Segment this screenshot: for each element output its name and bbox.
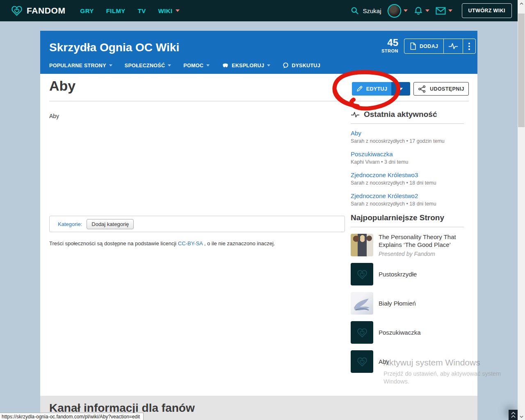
share-button[interactable]: UDOSTĘPNIJ: [413, 82, 469, 96]
page-thumbnail: [351, 321, 373, 344]
wiki-nav-discuss[interactable]: DYSKUTUJ: [283, 62, 320, 68]
recent-activity-item: Zjednoczone Królestwo3 Sarah z nocoskrzy…: [351, 171, 464, 187]
wiki-header: Skrzydła Ognia OC Wiki 45 STRON DODAJ: [40, 31, 477, 74]
scrollbar-thumb[interactable]: [518, 14, 525, 127]
fandom-wordmark: FANDOM: [27, 6, 66, 16]
binoculars-icon: [222, 63, 229, 68]
wiki-nav: POPULARNE STRONY SPOŁECZNOŚĆ POMOC EKSPL…: [49, 62, 320, 68]
license-notice: Treści społeczności są dostępne na podst…: [49, 240, 275, 247]
recent-activity-header: Ostatnia aktywność: [351, 110, 464, 124]
popular-pages-list: The Personality Theory That Explains ‘Th…: [351, 234, 464, 373]
search-label: Szukaj: [363, 7, 381, 14]
nav-filmy[interactable]: FILMY: [106, 7, 126, 14]
edit-button[interactable]: EDYTUJ: [352, 82, 391, 96]
page-count-label: STRON: [364, 49, 398, 53]
recent-activity-item: Poszukiwaczka Kaphi Vivarn • 3 dni temu: [351, 150, 464, 166]
wiki-title[interactable]: Skrzydła Ognia OC Wiki: [49, 41, 179, 54]
main-content: Aby EDYTUJ UDOSTĘPNIJ: [40, 74, 477, 396]
chevron-down-icon: [168, 64, 171, 66]
recent-activity-meta: Kaphi Vivarn • 3 dni temu: [351, 158, 464, 166]
edit-dropdown-button[interactable]: [391, 82, 410, 96]
chevron-down-icon: [267, 64, 270, 66]
wiki-nav-popular-pages[interactable]: POPULARNE STRONY: [49, 63, 112, 68]
popular-page-item[interactable]: Pustoskrzydłe: [351, 263, 464, 285]
categories-box: Kategorie: Dodaj kategorię: [49, 216, 345, 232]
pulse-icon: [351, 112, 360, 118]
chevron-down-icon: [404, 9, 408, 12]
browser-status-bar: https://skrzydla-ognia-oc.fandom.com/pl/…: [0, 413, 144, 420]
recent-activity-link[interactable]: Aby: [351, 129, 464, 137]
topbar-actions: Szukaj: [351, 3, 512, 18]
popular-page-item[interactable]: Biały Płomień: [351, 292, 464, 315]
add-category-button[interactable]: Dodaj kategorię: [87, 219, 134, 229]
nav-gry[interactable]: GRY: [80, 7, 94, 14]
popular-page-item[interactable]: Poszukiwaczka: [351, 321, 464, 344]
recent-activity-meta: Sarah z nocoskrzydłych • 18 dni temu: [351, 200, 464, 208]
fandom-heart-icon: [356, 327, 368, 338]
nav-tv[interactable]: TV: [138, 7, 146, 14]
page-count[interactable]: 45 STRON: [364, 38, 398, 53]
wiki-nav-explore[interactable]: EKSPLORUJ: [222, 63, 270, 68]
recent-activity-module: Ostatnia aktywność Aby Sarah z nocoskrzy…: [351, 110, 464, 208]
page-thumbnail: [351, 234, 373, 256]
recent-activity-item: Zjednoczone Królestwo2 Sarah z nocoskrzy…: [351, 192, 464, 208]
recent-activity-meta: Sarah z nocoskrzydłych • 17 godzin temu: [351, 137, 464, 145]
popular-page-item[interactable]: The Personality Theory That Explains ‘Th…: [351, 234, 464, 256]
chevron-down-icon: [206, 64, 210, 66]
recent-activity-item: Aby Sarah z nocoskrzydłych • 17 godzin t…: [351, 129, 464, 145]
nav-wiki[interactable]: WIKI: [158, 7, 180, 14]
fandom-logo[interactable]: FANDOM: [11, 5, 66, 16]
kebab-icon: [468, 43, 470, 50]
envelope-icon: [436, 7, 446, 15]
popular-pages-module: Najpopularniejsze Strony The Personality…: [351, 213, 464, 379]
page-thumbnail: [351, 350, 373, 373]
page-plus-icon: [410, 42, 416, 50]
fandom-heart-icon: [356, 269, 368, 280]
pencil-icon: [356, 85, 363, 92]
wiki-nav-help[interactable]: POMOC: [183, 63, 210, 68]
scrollbar[interactable]: [518, 0, 525, 420]
scroll-up-arrow[interactable]: [518, 0, 525, 7]
license-link[interactable]: CC-BY-SA: [178, 240, 203, 247]
categories-link[interactable]: Kategorie:: [58, 221, 82, 227]
wiki-header-buttons: DODAJ: [404, 39, 476, 54]
wiki-activity-button[interactable]: [443, 39, 463, 53]
article-title-row: Aby EDYTUJ UDOSTĘPNIJ: [49, 74, 469, 101]
notifications-menu[interactable]: [414, 6, 429, 16]
search-icon: [351, 7, 359, 15]
search-button[interactable]: Szukaj: [351, 7, 381, 15]
bell-icon: [414, 6, 423, 16]
more-options-button[interactable]: [463, 39, 475, 53]
page-thumbnail: [351, 263, 373, 285]
popular-page-item[interactable]: Aby: [351, 350, 464, 373]
fandom-heart-icon: [356, 356, 368, 367]
add-page-button[interactable]: DODAJ: [404, 39, 443, 53]
chevron-down-icon: [425, 9, 429, 12]
global-topbar: FANDOM GRY FILMY TV WIKI Szukaj: [0, 0, 518, 21]
messages-menu[interactable]: [436, 7, 452, 15]
recent-activity-link[interactable]: Poszukiwaczka: [351, 150, 464, 158]
global-nav: GRY FILMY TV WIKI: [80, 7, 180, 14]
popular-pages-header: Najpopularniejsze Strony: [351, 213, 464, 227]
avatar[interactable]: [388, 4, 401, 18]
page-thumbnail: [351, 292, 373, 315]
wiki-nav-community[interactable]: SPOŁECZNOŚĆ: [125, 63, 171, 68]
recent-activity-meta: Sarah z nocoskrzydłych • 18 dni temu: [351, 179, 464, 187]
page: FANDOM GRY FILMY TV WIKI Szukaj: [0, 0, 525, 420]
recent-activity-link[interactable]: Zjednoczone Królestwo3: [351, 171, 464, 179]
status-url: https://skrzydla-ognia-oc.fandom.com/pl/…: [2, 414, 140, 420]
user-menu[interactable]: [388, 4, 408, 18]
create-wiki-button[interactable]: UTWÓRZ WIKI: [462, 3, 512, 18]
chevron-down-icon: [448, 9, 452, 12]
article-actions: EDYTUJ UDOSTĘPNIJ: [352, 82, 469, 96]
pulse-icon: [448, 43, 458, 50]
speech-bubble-icon: [283, 62, 289, 68]
article-body-text: Aby: [49, 113, 59, 119]
share-icon: [418, 85, 426, 93]
scroll-to-top-button[interactable]: [509, 410, 518, 420]
recent-activity-link[interactable]: Zjednoczone Królestwo2: [351, 192, 464, 200]
chevron-down-icon: [399, 88, 403, 90]
chevron-down-icon: [176, 9, 180, 12]
scroll-down-arrow[interactable]: [518, 413, 525, 420]
chevron-down-icon: [109, 64, 112, 66]
